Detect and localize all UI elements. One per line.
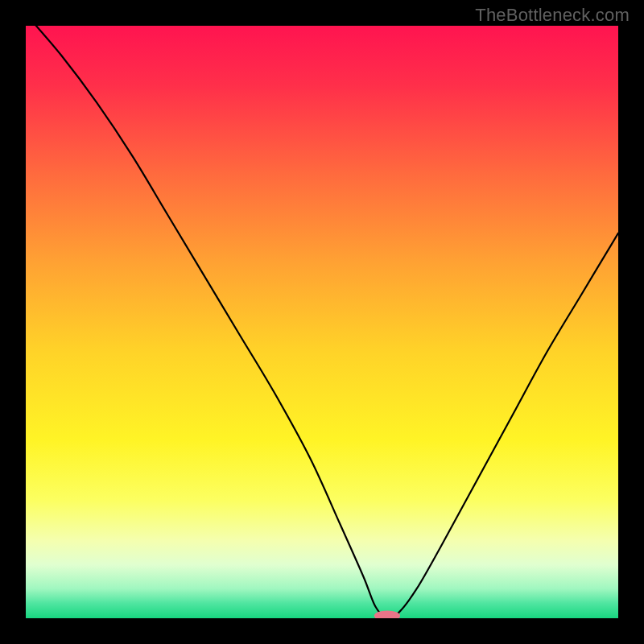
chart-frame: TheBottleneck.com xyxy=(0,0,644,644)
gradient-background xyxy=(26,26,618,618)
chart-svg xyxy=(26,26,618,618)
watermark-text: TheBottleneck.com xyxy=(475,5,630,26)
chart-plot-area xyxy=(26,26,618,618)
